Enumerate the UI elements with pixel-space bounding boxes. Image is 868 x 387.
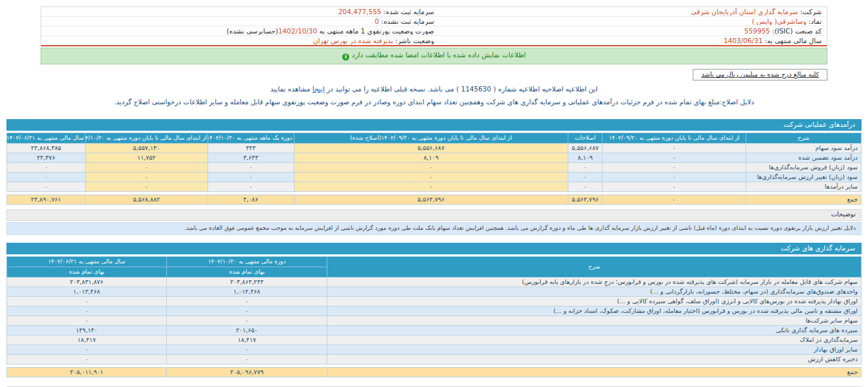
cell-value: ۰ — [603, 182, 746, 192]
cell-value: ۰ — [7, 173, 86, 182]
cell-value: ۰ — [166, 297, 327, 307]
row-label: سود (زیان) فروش سرمایه‌گذاری‌ها — [746, 163, 862, 173]
row-label: ذخیره کاهش ارزش — [327, 355, 862, 364]
cell-value: ۱۴۹,۱۴۰ — [7, 326, 167, 335]
cell-value: ۰ — [86, 182, 208, 192]
cell-value: ۰ — [603, 173, 746, 182]
report-period-date: 1402/10/30 — [278, 27, 318, 35]
cell-value: ۰ — [603, 153, 746, 163]
company-name: سرمایه گذاری استان آذربایجان شرقی — [691, 8, 798, 15]
row-label: جمع — [327, 368, 862, 377]
fiscal-year-value: 1403/06/31 — [724, 37, 763, 44]
issuer-status-field: وضعیت ناشر: پذیرفته شده در بورس تهران — [46, 37, 434, 44]
cell-value: ۰ — [166, 345, 327, 355]
cell-value: ۲۰۵,۰۱۱,۹۰۱ — [7, 368, 167, 377]
symbol-label: نماد: — [809, 17, 822, 25]
row-label: سود (زیان) تغییر ارزش سرمایه‌گذاری‌ها — [746, 173, 862, 182]
table-row: سود (زیان) فروش سرمایه‌گذاری‌ها ۰ ۰ ۰ ۰ … — [7, 163, 862, 173]
row-label: واحدهای صندوق‌های سرمایه‌گذاری (در سهام،… — [327, 287, 862, 297]
row-label: درآمد سود سهام — [746, 144, 862, 153]
notes-header: توضیحات — [6, 209, 862, 221]
fiscal-year-field: سال مالی منتهی به: 1403/06/31 — [434, 37, 822, 44]
registered-capital-value: 204,477,555 — [338, 8, 381, 15]
correction-notice-prefix: این اطلاعیه اصلاحیه اطلاعیه شماره ( 1145… — [325, 85, 598, 93]
cell-value: ۰ — [603, 163, 746, 173]
correction-notice: این اطلاعیه اصلاحیه اطلاعیه شماره ( 1145… — [0, 85, 868, 93]
table-row: ذخیره کاهش ارزش ۰ ۰ — [7, 355, 862, 364]
portfolio-table-header-row: شرح دوره مالی منتهی به ۱۴۰۲/۱۰/۳۰ سال ما… — [7, 257, 862, 267]
col-header-period: دوره مالی منتهی به ۱۴۰۲/۱۰/۳۰ — [166, 257, 327, 267]
cell-value: ۲۰۵,۰۹۶,۷۷۹ — [166, 368, 327, 377]
col-header-ytd-0930: از ابتدای سال مالی تا پایان دوره منتهی ب… — [603, 133, 746, 144]
col-header-ytd-0930-corrected: از ابتدای سال مالی تا پایان دوره منتهی ب… — [294, 133, 568, 144]
col-header-year: سال مالی منتهی به ۱۴۰۲/۰۶/۳۱ — [7, 257, 167, 267]
col-header-desc: شرح — [327, 257, 862, 278]
income-table: شرح از ابتدای سال مالی تا پایان دوره منت… — [6, 133, 862, 205]
table-row: اوراق مشتقه و تامین مالی پذیرفته شده در … — [7, 307, 862, 316]
cell-value: ۰ — [7, 297, 167, 307]
table-row: سهام شرکت های قابل معامله در بازار سرمای… — [7, 278, 862, 287]
report-period-label: صورت وضعیت پورتفوی 1 ماهه منتهی به — [320, 27, 434, 35]
cell-value: ۰ — [603, 144, 746, 153]
row-label: سایر اوراق بهادار — [327, 345, 862, 355]
cell-value: ۲۴,۸۹۰,۷۶۱ — [7, 195, 86, 205]
row-label: جمع — [746, 195, 862, 205]
table-row: سایر اوراق بهادار ۰ ۰ — [7, 345, 862, 355]
cell-value: ۸,۱۰۹ — [294, 153, 568, 163]
correction-reason: دلایل اصلاح:مبلغ بهای تمام شده در فرم جز… — [0, 98, 868, 106]
cell-value: ۰ — [166, 316, 327, 326]
issuer-status-label: وضعیت ناشر: — [395, 37, 434, 44]
cell-value: ۰ — [7, 355, 167, 364]
cell-value: ۵,۵۶۴,۷۹۶ — [568, 195, 603, 205]
cell-value: ۵,۵۵۶,۶۸۷ — [568, 144, 603, 153]
row-label: سهام سایر شرکت‌ها — [327, 316, 862, 326]
cell-value: ۱,۰۱۲,۴۶۸ — [166, 287, 327, 297]
cell-value: ۰ — [7, 163, 86, 173]
unregistered-capital-value: 0 — [375, 17, 380, 25]
info-row: کد صنعت (ISIC): 559955 صورت وضعیت پورتفو… — [41, 26, 827, 36]
cell-value: ۰ — [568, 163, 603, 173]
cell-value: ۰ — [86, 173, 208, 182]
cell-value: ۰ — [207, 163, 294, 173]
cell-value: ۲۴,۸۶۸,۳۸۵ — [7, 144, 86, 153]
previous-version-link[interactable]: اینجا — [313, 85, 325, 93]
unregistered-capital-field: سرمایه ثبت نشده: 0 — [46, 17, 434, 25]
isic-code: 559955 — [744, 27, 770, 35]
cell-value: ۱۸,۴۱۷ — [166, 335, 327, 345]
cell-value: ۰ — [7, 316, 167, 326]
total-row: جمع ۰ ۵,۵۶۴,۷۹۶ ۵,۵۶۴,۷۹۶ ۴,۰۸۶ ۵,۵۶۸,۸۸… — [7, 195, 862, 205]
table-row: سود (زیان) تغییر ارزش سرمایه‌گذاری‌ها ۰ … — [7, 173, 862, 182]
row-label: سایر درآمدها — [746, 182, 862, 192]
portfolio-table-title: سرمایه گذاری های شرکت — [6, 243, 862, 254]
portfolio-table: شرح دوره مالی منتهی به ۱۴۰۲/۱۰/۳۰ سال ما… — [6, 256, 862, 377]
cell-value: ۲۲,۳۷۶ — [7, 153, 86, 163]
issuer-status-value: پذیرفته شده در بورس تهران — [313, 37, 393, 44]
col-header-ytd-1030: از ابتدای سال مالی تا پایان دوره منتهی ب… — [86, 133, 208, 144]
col-header-fiscal-year: سال مالی منتهی به ۱۴۰۲/۰۶/۳۱ — [7, 133, 86, 144]
company-label: شرکت: — [800, 8, 822, 15]
col-header-desc: شرح — [746, 133, 862, 144]
cell-value: ۵,۵۵۶,۶۸۷ — [294, 144, 568, 153]
table-row: اوراق بهادار پذیرفته شده در بورس‌های کال… — [7, 297, 862, 307]
table-row: درآمد سود سهام ۰ ۵,۵۵۶,۶۸۷ ۵,۵۵۶,۶۸۷ ۴۴۳… — [7, 144, 862, 153]
report-period-field: صورت وضعیت پورتفوی 1 ماهه منتهی به 1402/… — [46, 27, 434, 35]
table-row: درآمد سود تضمین شده ۰ ۸,۱۰۹ ۸,۱۰۹ ۳,۶۴۳ … — [7, 153, 862, 163]
correction-notice-suffix: مشاهده نمایید — [271, 85, 313, 93]
cell-value: ۵,۵۶۴,۷۹۶ — [294, 195, 568, 205]
unregistered-capital-label: سرمایه ثبت نشده: — [381, 17, 434, 25]
table-row: سپرده های سرمایه گذاری بانکی ۲۰۱,۶۵۰ ۱۴۹… — [7, 326, 862, 335]
row-label: سرمایه‌گذاری در املاک — [327, 335, 862, 345]
symbol-value: وساشرقی( واپس ) — [752, 17, 807, 25]
col-header-one-month: دوره یک ماهه منتهی به ۱۴۰۲/۱۰/۳۰ — [207, 133, 294, 144]
cell-value: ۴۴۳ — [207, 144, 294, 153]
income-table-header-row: شرح از ابتدای سال مالی تا پایان دوره منت… — [7, 133, 862, 144]
table-row: واحدهای صندوق‌های سرمایه‌گذاری (در سهام،… — [7, 287, 862, 297]
isic-label: کد صنعت (ISIC): — [772, 27, 822, 35]
signed-match-banner: اطلاعات نمایش داده شده با اطلاعات امضا ش… — [41, 48, 827, 64]
notes-text: دلایل تغییر ارزش بازار پرتفوی دوره نسبت … — [6, 222, 862, 235]
income-table-title: درآمدهای عملیاتی شرکت — [6, 119, 862, 131]
cell-value: ۰ — [294, 182, 568, 192]
table-row: سرمایه‌گذاری در املاک ۱۸,۴۱۷ ۱۸,۴۱۷ — [7, 335, 862, 345]
cell-value: ۰ — [603, 195, 746, 205]
col-subheader-cost: بهای تمام شده — [7, 267, 167, 278]
